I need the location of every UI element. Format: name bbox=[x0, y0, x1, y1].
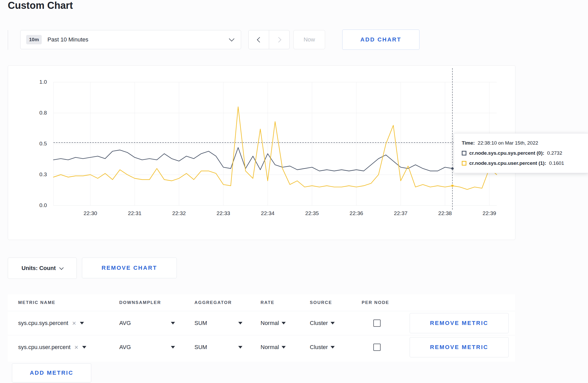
add-metric-button[interactable]: ADD METRIC bbox=[12, 363, 91, 382]
time-range-label: Past 10 Minutes bbox=[47, 36, 88, 43]
caret-down-icon bbox=[171, 346, 175, 349]
tooltip-time-label: Time: bbox=[462, 140, 475, 146]
series-user-swatch-icon bbox=[462, 161, 466, 166]
header-metric-name: METRIC NAME bbox=[18, 300, 119, 305]
aggregator-select[interactable]: SUM bbox=[194, 320, 242, 327]
time-next-button[interactable] bbox=[269, 30, 290, 49]
clear-metric-icon[interactable]: × bbox=[74, 345, 78, 350]
chevron-down-icon bbox=[229, 36, 234, 41]
add-chart-button[interactable]: ADD CHART bbox=[342, 30, 419, 50]
caret-down-icon bbox=[282, 346, 286, 349]
metric-name-select[interactable]: sys.cpu.sys.percent × bbox=[18, 320, 119, 327]
time-range-select[interactable]: 10m Past 10 Minutes bbox=[20, 30, 241, 49]
chart-hover-tooltip: Time: 22:38:10 on Mar 15th, 2022 cr.node… bbox=[454, 133, 588, 173]
y-axis-tick-label: 0.3 bbox=[16, 171, 47, 178]
tooltip-time-row: Time: 22:38:10 on Mar 15th, 2022 bbox=[462, 140, 580, 146]
chevron-down-icon bbox=[59, 265, 64, 270]
downsampler-value: AVG bbox=[119, 320, 131, 327]
time-range-badge: 10m bbox=[26, 35, 42, 44]
caret-down-icon bbox=[238, 322, 242, 324]
caret-down-icon bbox=[331, 346, 335, 349]
x-axis-tick-label: 22:34 bbox=[252, 210, 283, 216]
tooltip-series-label: cr.node.sys.cpu.user.percent (1): bbox=[469, 160, 546, 166]
tooltip-series-value: 0.2732 bbox=[547, 150, 562, 156]
remove-chart-button[interactable]: REMOVE CHART bbox=[82, 258, 177, 278]
remove-metric-button[interactable]: REMOVE METRIC bbox=[410, 337, 509, 357]
rate-select[interactable]: Normal bbox=[261, 320, 310, 327]
x-axis-tick-label: 22:33 bbox=[208, 210, 239, 216]
clear-metric-icon[interactable]: × bbox=[72, 321, 76, 326]
downsampler-value: AVG bbox=[119, 344, 131, 351]
units-label: Units: Count bbox=[22, 265, 56, 272]
y-axis-tick-label: 0.0 bbox=[16, 202, 47, 208]
tooltip-series-row: cr.node.sys.cpu.user.percent (1): 0.1601 bbox=[462, 160, 580, 166]
y-axis-tick-label: 1.0 bbox=[16, 79, 47, 85]
series-sys-swatch-icon bbox=[462, 151, 466, 155]
x-axis-tick-label: 22:35 bbox=[297, 210, 328, 216]
x-axis-tick-label: 22:30 bbox=[75, 210, 106, 216]
x-axis-tick-label: 22:39 bbox=[474, 210, 505, 216]
time-nav-group bbox=[248, 30, 290, 49]
remove-metric-button[interactable]: REMOVE METRIC bbox=[410, 313, 509, 333]
rate-select[interactable]: Normal bbox=[261, 344, 310, 351]
metric-name-label: sys.cpu.user.percent bbox=[18, 344, 71, 351]
metrics-table-header: METRIC NAME DOWNSAMPLER AGGREGATOR RATE … bbox=[8, 294, 515, 311]
per-node-checkbox[interactable] bbox=[373, 344, 381, 351]
aggregator-value: SUM bbox=[194, 344, 207, 351]
per-node-checkbox[interactable] bbox=[373, 320, 381, 327]
header-downsampler: DOWNSAMPLER bbox=[119, 300, 194, 305]
metric-row: sys.cpu.sys.percent × AVG SUM Normal Clu… bbox=[8, 311, 515, 335]
caret-down-icon bbox=[82, 346, 86, 349]
caret-down-icon bbox=[80, 322, 84, 324]
x-axis-tick-label: 22:32 bbox=[164, 210, 195, 216]
source-value: Cluster bbox=[310, 320, 328, 327]
chart-panel: 0.00.30.50.81.0 22:3022:3122:3222:3322:3… bbox=[8, 65, 515, 240]
rate-value: Normal bbox=[261, 344, 279, 351]
metric-name-label: sys.cpu.sys.percent bbox=[18, 320, 68, 327]
caret-down-icon bbox=[331, 322, 335, 324]
time-prev-button[interactable] bbox=[248, 30, 269, 49]
page-title: Custom Chart bbox=[8, 0, 73, 11]
caret-down-icon bbox=[282, 322, 286, 324]
chevron-right-icon bbox=[276, 37, 281, 42]
x-axis-labels: 22:3022:3122:3222:3322:3422:3522:3622:37… bbox=[53, 210, 497, 221]
x-axis-tick-label: 22:31 bbox=[119, 210, 150, 216]
caret-down-icon bbox=[171, 322, 175, 324]
metrics-table: METRIC NAME DOWNSAMPLER AGGREGATOR RATE … bbox=[8, 294, 515, 362]
downsampler-select[interactable]: AVG bbox=[119, 344, 175, 351]
chart-plot-svg[interactable] bbox=[53, 82, 497, 205]
rate-value: Normal bbox=[261, 320, 279, 327]
x-axis-tick-label: 22:36 bbox=[341, 210, 372, 216]
units-select[interactable]: Units: Count bbox=[8, 258, 77, 279]
source-select[interactable]: Cluster bbox=[310, 320, 362, 327]
y-axis-tick-label: 0.5 bbox=[16, 140, 47, 147]
chevron-left-icon bbox=[257, 37, 262, 42]
toolbar-left-divider bbox=[8, 30, 8, 50]
aggregator-select[interactable]: SUM bbox=[194, 344, 242, 351]
tooltip-series-label: cr.node.sys.cpu.sys.percent (0): bbox=[469, 150, 544, 156]
metric-name-select[interactable]: sys.cpu.user.percent × bbox=[18, 344, 119, 351]
source-value: Cluster bbox=[310, 344, 328, 351]
source-select[interactable]: Cluster bbox=[310, 344, 362, 351]
tooltip-time-value: 22:38:10 on Mar 15th, 2022 bbox=[478, 140, 538, 146]
aggregator-value: SUM bbox=[194, 320, 207, 327]
caret-down-icon bbox=[238, 346, 242, 349]
y-axis-tick-label: 0.8 bbox=[16, 110, 47, 116]
metric-row: sys.cpu.user.percent × AVG SUM Normal Cl… bbox=[8, 335, 515, 359]
tooltip-series-row: cr.node.sys.cpu.sys.percent (0): 0.2732 bbox=[462, 150, 580, 156]
x-axis-tick-label: 22:37 bbox=[385, 210, 416, 216]
y-axis-labels: 0.00.30.50.81.0 bbox=[16, 82, 47, 205]
downsampler-select[interactable]: AVG bbox=[119, 320, 175, 327]
header-aggregator: AGGREGATOR bbox=[194, 300, 261, 305]
header-per-node: PER NODE bbox=[362, 300, 410, 305]
header-rate: RATE bbox=[261, 300, 310, 305]
x-axis-tick-label: 22:38 bbox=[430, 210, 461, 216]
tooltip-series-value: 0.1601 bbox=[549, 160, 564, 166]
now-button[interactable]: Now bbox=[293, 30, 325, 49]
header-source: SOURCE bbox=[310, 300, 362, 305]
